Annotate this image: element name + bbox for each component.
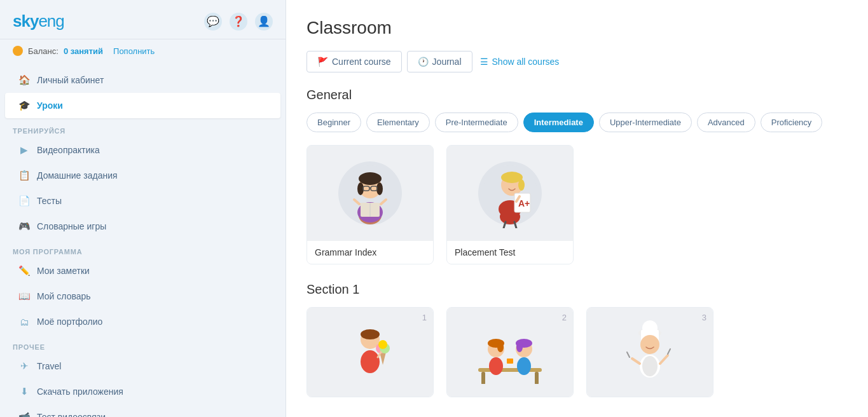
travel-icon: ✈ bbox=[18, 360, 31, 373]
tab-label: Current course bbox=[332, 57, 391, 67]
level-intermediate[interactable]: Intermediate bbox=[523, 113, 594, 132]
flag-icon: 🚩 bbox=[317, 57, 328, 67]
balance-row: Баланс: 0 занятий Пополнить bbox=[0, 39, 286, 62]
level-upper-intermediate[interactable]: Upper-Intermediate bbox=[599, 113, 692, 132]
section-train-label: ТРЕНИРУЙСЯ bbox=[0, 118, 286, 137]
svg-point-26 bbox=[361, 329, 380, 339]
sidebar-item-wordgames[interactable]: 🎮 Словарные игры bbox=[5, 214, 280, 239]
svg-point-42 bbox=[516, 342, 523, 352]
games-icon: 🎮 bbox=[18, 220, 31, 233]
sidebar-item-label: Тест видеосвязи bbox=[37, 412, 106, 417]
svg-text:A+: A+ bbox=[518, 198, 530, 208]
sidebar-item-label: Travel bbox=[37, 361, 61, 371]
svg-line-53 bbox=[627, 352, 630, 357]
sidebar-item-label: Уроки bbox=[37, 100, 63, 111]
sidebar-item-homework[interactable]: 📋 Домашние задания bbox=[5, 163, 280, 188]
section1-card-2[interactable]: 2 bbox=[446, 307, 574, 397]
header-icons: 💬 ❓ 👤 bbox=[204, 13, 273, 31]
svg-line-51 bbox=[632, 359, 640, 364]
sidebar-item-notes[interactable]: ✏️ Мои заметки bbox=[5, 258, 280, 284]
svg-line-52 bbox=[660, 355, 668, 364]
level-pre-intermediate[interactable]: Pre-Intermediate bbox=[435, 113, 518, 132]
main-content: Classroom 🚩 Current course 🕐 Journal ☰ S… bbox=[286, 0, 868, 417]
sidebar-item-label: Мои заметки bbox=[37, 266, 90, 276]
sidebar-header: skyeng 💬 ❓ 👤 bbox=[0, 0, 286, 39]
section1-card2-image bbox=[447, 308, 573, 397]
sidebar-item-label: Личный кабинет bbox=[37, 75, 104, 85]
svg-point-48 bbox=[640, 335, 659, 354]
show-all-courses-link[interactable]: ☰ Show all courses bbox=[478, 51, 562, 72]
level-advanced[interactable]: Advanced bbox=[697, 113, 755, 132]
logo-eng: eng bbox=[38, 11, 64, 31]
chat-icon[interactable]: 💬 bbox=[204, 13, 222, 31]
tab-label: Journal bbox=[432, 57, 462, 67]
svg-point-27 bbox=[361, 350, 380, 373]
svg-point-31 bbox=[378, 340, 387, 349]
journal-tab[interactable]: 🕐 Journal bbox=[407, 51, 472, 72]
logo: skyeng bbox=[13, 11, 64, 31]
coin-icon bbox=[13, 46, 23, 56]
sidebar-nav: 🏠 Личный кабинет 🎓 Уроки ТРЕНИРУЙСЯ ▶ Ви… bbox=[0, 62, 286, 417]
replenish-link[interactable]: Пополнить bbox=[113, 46, 155, 56]
grammar-card-label: Grammar Index bbox=[307, 241, 433, 264]
list-icon: ☰ bbox=[480, 57, 488, 67]
sidebar-item-download[interactable]: ⬇ Скачать приложения bbox=[5, 379, 280, 404]
sidebar-item-cabinet[interactable]: 🏠 Личный кабинет bbox=[5, 67, 280, 93]
sidebar-item-videopractice[interactable]: ▶ Видеопрактика bbox=[5, 137, 280, 163]
placement-test-card[interactable]: A+ Placement Test bbox=[446, 145, 574, 264]
sidebar-item-videotest[interactable]: 📹 Тест видеосвязи bbox=[5, 404, 280, 417]
card-number-3: 3 bbox=[702, 313, 706, 322]
balance-amount: 0 занятий bbox=[64, 46, 103, 56]
sidebar-item-tests[interactable]: 📄 Тесты bbox=[5, 188, 280, 214]
sidebar-item-label: Домашние задания bbox=[37, 170, 118, 181]
current-course-tab[interactable]: 🚩 Current course bbox=[307, 51, 402, 72]
sidebar-item-lessons[interactable]: 🎓 Уроки bbox=[5, 93, 280, 118]
show-all-label: Show all courses bbox=[492, 57, 560, 67]
home-icon: 🏠 bbox=[18, 74, 31, 86]
svg-point-39 bbox=[489, 357, 503, 375]
download-icon: ⬇ bbox=[18, 385, 31, 398]
section1-card-3[interactable]: 3 bbox=[586, 307, 713, 397]
general-cards-row: Grammar Index bbox=[307, 145, 848, 264]
clock-icon: 🕐 bbox=[418, 57, 429, 67]
sidebar-item-travel[interactable]: ✈ Travel bbox=[5, 353, 280, 379]
svg-rect-44 bbox=[507, 359, 513, 364]
svg-point-4 bbox=[359, 172, 382, 185]
portfolio-icon: 🗂 bbox=[18, 315, 31, 328]
section-other-label: ПРОЧЕЕ bbox=[0, 334, 286, 353]
section1-cards-row: 1 bbox=[307, 307, 848, 397]
section1-card3-image bbox=[587, 308, 713, 397]
sidebar-item-dictionary[interactable]: 📖 Мой словарь bbox=[5, 284, 280, 309]
card-number-1: 1 bbox=[422, 313, 427, 322]
sidebar: skyeng 💬 ❓ 👤 Баланс: 0 занятий Пополнить… bbox=[0, 0, 286, 417]
help-icon[interactable]: ❓ bbox=[230, 13, 247, 31]
sidebar-item-label: Скачать приложения bbox=[37, 386, 123, 397]
avatar-icon[interactable]: 👤 bbox=[255, 13, 273, 31]
level-beginner[interactable]: Beginner bbox=[307, 113, 361, 132]
sidebar-item-label: Мой словарь bbox=[37, 291, 91, 301]
section1-card-1[interactable]: 1 bbox=[307, 307, 434, 397]
tests-icon: 📄 bbox=[18, 195, 31, 207]
svg-point-19 bbox=[518, 179, 525, 191]
sidebar-item-portfolio[interactable]: 🗂 Моё портфолио bbox=[5, 309, 280, 334]
svg-point-50 bbox=[642, 356, 658, 376]
grammar-card-image bbox=[307, 146, 433, 241]
card-number-2: 2 bbox=[562, 313, 567, 322]
homework-icon: 📋 bbox=[18, 169, 31, 182]
level-proficiency[interactable]: Proficiency bbox=[761, 113, 823, 132]
svg-line-32 bbox=[378, 352, 381, 357]
svg-point-43 bbox=[517, 357, 531, 375]
svg-point-38 bbox=[497, 342, 504, 352]
section-program-label: МОЯ ПРОГРАММА bbox=[0, 239, 286, 258]
placement-card-label: Placement Test bbox=[447, 241, 573, 264]
general-section-title: General bbox=[307, 88, 848, 102]
sidebar-item-label: Моё портфолио bbox=[37, 317, 102, 327]
svg-rect-33 bbox=[478, 368, 542, 372]
tabs-row: 🚩 Current course 🕐 Journal ☰ Show all co… bbox=[307, 51, 848, 72]
sidebar-item-label: Видеопрактика bbox=[37, 145, 100, 155]
level-elementary[interactable]: Elementary bbox=[366, 113, 430, 132]
notes-icon: ✏️ bbox=[18, 264, 31, 277]
logo-sky: sky bbox=[13, 11, 38, 31]
grammar-index-card[interactable]: Grammar Index bbox=[307, 145, 434, 264]
section1-card1-image bbox=[307, 308, 433, 397]
